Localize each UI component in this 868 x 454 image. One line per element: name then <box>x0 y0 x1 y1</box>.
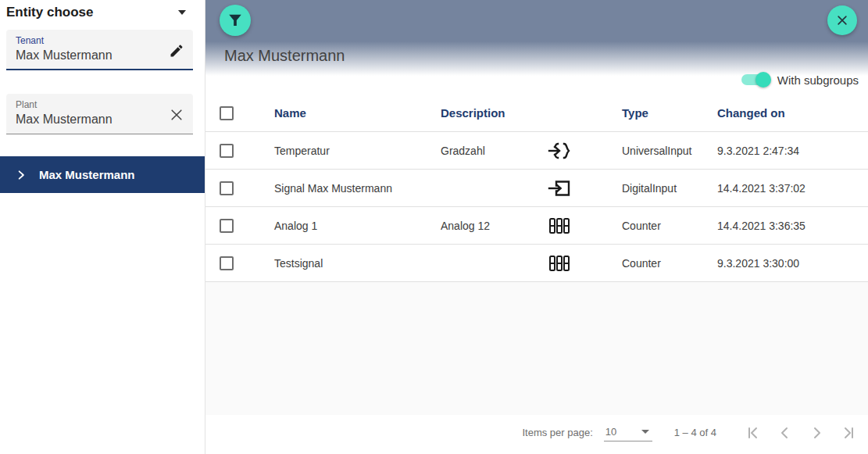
cell-name: Analog 1 <box>274 220 441 232</box>
counter-icon <box>548 216 570 235</box>
close-x-icon <box>835 13 849 27</box>
row-checkbox[interactable] <box>220 256 234 270</box>
first-page-button[interactable] <box>743 422 765 444</box>
first-page-icon <box>745 424 763 442</box>
braces-arrow-icon <box>548 141 571 160</box>
toggle-thumb <box>755 72 771 88</box>
cell-type: Counter <box>591 257 717 270</box>
chevron-left-icon <box>776 424 795 442</box>
cell-changed-on: 14.4.2021 3:36:35 <box>717 220 868 232</box>
table-row[interactable]: Testsignal Counter 9.3.2021 3:30:00 <box>205 245 868 282</box>
cell-name: Signal Max Mustermann <box>274 182 441 195</box>
cell-type: UniversalInput <box>591 145 717 157</box>
sidebar-item-max-mustermann[interactable]: Max Mustermann <box>0 156 205 193</box>
paginator: Items per page: 10 1 – 4 of 4 <box>205 415 868 450</box>
filter-button[interactable] <box>220 5 251 36</box>
items-per-page-value: 10 <box>605 426 616 438</box>
cell-type: Counter <box>591 220 717 232</box>
column-header-changed-on: Changed on <box>717 106 868 120</box>
plant-field-label: Plant <box>16 99 162 110</box>
sidebar-title: Entity choose <box>6 5 93 20</box>
table-row[interactable]: Analog 1 Analog 12 Counter 14.4.2021 3:3… <box>205 207 868 245</box>
sidebar-header: Entity choose <box>0 0 205 22</box>
column-header-type: Type <box>591 106 717 120</box>
table-header-row: Name Description Type Changed on <box>205 95 868 132</box>
table-row[interactable]: Temperatur Gradzahl UniversalInput <box>205 132 868 170</box>
items-per-page-select[interactable]: 10 <box>604 424 652 441</box>
pencil-icon <box>169 43 184 59</box>
paginator-range-label: 1 – 4 of 4 <box>674 427 716 438</box>
close-button[interactable] <box>827 5 857 35</box>
tenant-field-label: Tenant <box>16 35 162 46</box>
row-checkbox[interactable] <box>220 181 234 195</box>
select-all-checkbox[interactable] <box>220 106 234 120</box>
counter-icon <box>548 254 570 273</box>
cell-changed-on: 14.4.2021 3:37:02 <box>717 182 868 195</box>
entity-detail-panel: Max Mustermann With subgroups Name Descr… <box>205 0 868 454</box>
edit-tenant-button[interactable] <box>166 41 187 61</box>
plant-field-value: Max Mustermann <box>16 113 162 127</box>
with-subgroups-label: With subgroups <box>777 73 859 87</box>
panel-header: Max Mustermann With subgroups <box>205 0 868 95</box>
app-root: Entity choose Tenant Max Mustermann Plan… <box>0 0 868 454</box>
input-box-icon <box>548 179 571 198</box>
next-page-button[interactable] <box>805 422 827 444</box>
select-caret-icon <box>641 430 649 434</box>
table-empty-area <box>205 282 868 415</box>
plant-field[interactable]: Plant Max Mustermann <box>6 94 193 134</box>
tenant-field-value: Max Mustermann <box>16 48 162 63</box>
column-header-name: Name <box>274 106 441 120</box>
tenant-field[interactable]: Tenant Max Mustermann <box>6 30 193 70</box>
with-subgroups-toggle[interactable] <box>741 72 770 88</box>
cell-changed-on: 9.3.2021 2:47:34 <box>717 145 868 157</box>
items-per-page-label: Items per page: <box>522 427 592 438</box>
entity-sidebar: Entity choose Tenant Max Mustermann Plan… <box>0 0 205 454</box>
subgroups-toggle-row: With subgroups <box>741 72 859 88</box>
last-page-button[interactable] <box>837 422 859 444</box>
cell-name: Temperatur <box>274 145 441 157</box>
cell-name: Testsignal <box>274 257 441 270</box>
table-row[interactable]: Signal Max Mustermann DigitalInput 14.4.… <box>205 170 868 207</box>
cell-type: DigitalInput <box>591 182 717 195</box>
signals-table: Name Description Type Changed on Tempera… <box>205 95 868 282</box>
column-header-description: Description <box>441 106 528 120</box>
collapse-caret-icon[interactable] <box>178 10 186 15</box>
page-title: Max Mustermann <box>224 47 345 65</box>
previous-page-button[interactable] <box>774 422 796 444</box>
cell-description: Gradzahl <box>441 145 528 157</box>
row-checkbox[interactable] <box>220 144 234 158</box>
chevron-right-icon <box>807 424 826 442</box>
filter-funnel-icon <box>227 12 244 29</box>
sidebar-item-label: Max Mustermann <box>39 168 135 181</box>
clear-x-icon <box>169 107 184 123</box>
clear-plant-button[interactable] <box>166 105 187 125</box>
cell-changed-on: 9.3.2021 3:30:00 <box>717 257 868 270</box>
chevron-right-icon <box>16 170 27 181</box>
cell-description: Analog 12 <box>441 220 528 232</box>
row-checkbox[interactable] <box>220 219 234 233</box>
last-page-icon <box>838 424 857 442</box>
